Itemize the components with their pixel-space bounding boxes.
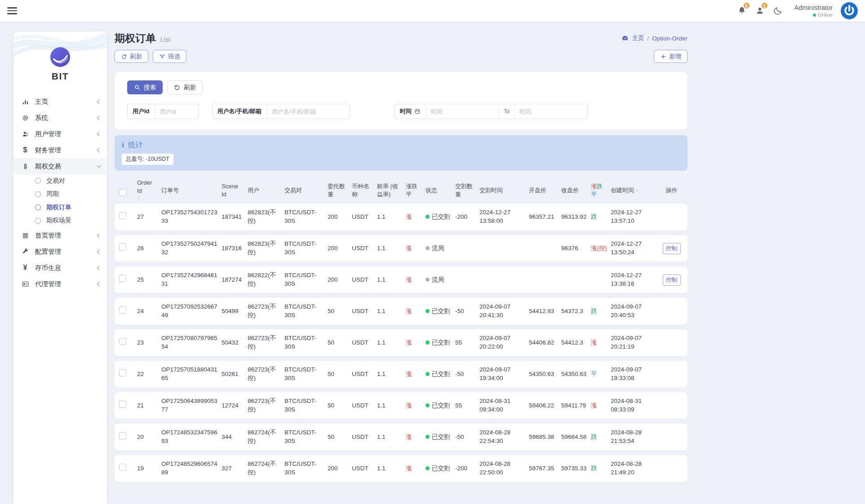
select-all-checkbox[interactable]	[119, 182, 137, 199]
cell-open-price: 54350.63	[529, 370, 561, 379]
sidebar-item[interactable]: $财务管理	[13, 142, 107, 158]
topbar: 5 1 Administrator Online	[0, 0, 865, 22]
cell-status: 已交割	[426, 402, 455, 410]
dollar-icon: $	[21, 146, 29, 154]
breadcrumb-current: Option-Order	[652, 35, 688, 42]
cell-status: 已交割	[426, 464, 455, 473]
menu-toggle-button[interactable]	[7, 5, 17, 16]
cell-order-id: 25	[137, 276, 161, 284]
refresh-button[interactable]: 刷新	[115, 50, 148, 63]
cell-settle-amount: 55	[455, 339, 479, 347]
cell-settle-amount: 55	[455, 402, 479, 410]
row-checkbox[interactable]	[119, 306, 137, 316]
cell-coin: USDT	[352, 402, 377, 410]
sidebar-item[interactable]: ¥存币生息	[13, 260, 107, 276]
dark-mode-toggle[interactable]	[773, 6, 783, 16]
sidebar-subitem[interactable]: 期权订单	[13, 201, 107, 214]
cell-settle-time: 2024-08-28 22:54:30	[479, 429, 529, 446]
row-checkbox[interactable]	[119, 369, 137, 379]
reset-button[interactable]: 刷新	[167, 80, 203, 94]
header-created[interactable]: 创建时间 ↑	[611, 186, 660, 195]
sidebar-item[interactable]: 用户管理	[13, 126, 107, 142]
reset-icon	[174, 84, 181, 91]
cell-pair: BTC/USDT-30S	[284, 366, 328, 383]
bitcoin-icon	[21, 162, 29, 170]
radio-icon	[35, 178, 41, 184]
user-menu[interactable]: Administrator Online	[794, 4, 833, 18]
time-start-input[interactable]	[426, 104, 499, 119]
add-button[interactable]: 新增	[654, 50, 688, 63]
sidebar-item[interactable]: 主页	[13, 93, 107, 110]
radio-icon	[35, 204, 41, 210]
cell-created: 2024-12-27 13:57:10	[611, 208, 660, 225]
control-button[interactable]: 控制	[663, 243, 681, 254]
sidebar-item[interactable]: 配置管理	[13, 243, 107, 260]
row-checkbox[interactable]	[119, 243, 137, 253]
chevron-left-icon	[97, 148, 102, 152]
table-row: 22OP172570518804316550261862723(不控)BTC/U…	[115, 361, 688, 388]
user-id-input[interactable]	[155, 104, 198, 119]
stats-panel: i 统计 总盈亏: -10USDT	[115, 135, 688, 171]
header-result: 涨跌平	[591, 182, 611, 198]
cell-settle-time: 2024-09-07 20:41:30	[479, 303, 529, 320]
cell-result: 涨	[591, 402, 611, 410]
cell-status: 已交割	[426, 339, 455, 347]
cell-close-price: 96313.92	[561, 213, 591, 221]
time-end-input[interactable]	[515, 104, 587, 119]
user-status: Online	[818, 12, 833, 18]
cell-open-price: 59685.38	[529, 433, 561, 442]
control-button[interactable]: 控制	[663, 274, 681, 286]
cell-user: 862723(不控)	[248, 303, 284, 320]
sort-asc-icon: ↑	[636, 187, 639, 194]
wrench-icon	[21, 248, 29, 256]
sidebar-item[interactable]: 系统	[13, 110, 107, 126]
breadcrumb-home[interactable]: 主页	[632, 34, 644, 42]
cell-odds: 1.1	[377, 307, 406, 316]
chevron-left-icon	[97, 99, 102, 104]
sidebar-item-label: 主页	[35, 97, 98, 106]
sidebar-submenu: 交易对周期期权订单期权场景	[13, 174, 107, 227]
cell-status: 已交割	[426, 433, 455, 442]
header-order-id[interactable]: Order Id ↑	[137, 179, 161, 202]
row-checkbox[interactable]	[119, 212, 137, 222]
gear-icon	[21, 114, 29, 122]
cell-order-no: OP1735275430172333	[161, 208, 222, 225]
user-name-input[interactable]	[267, 104, 349, 119]
cell-action: 控制	[660, 243, 683, 254]
row-checkbox[interactable]	[119, 338, 137, 348]
sidebar-item-label: 期权交易	[35, 162, 98, 171]
sidebar-item-label: 代理管理	[35, 280, 98, 288]
chevron-left-icon	[97, 132, 102, 136]
row-checkbox[interactable]	[119, 275, 137, 285]
user-name-label: 用户名/手机/邮箱	[213, 104, 267, 119]
main-content: 期权订单 List 主页 / Option-Order 刷新 筛选	[115, 22, 688, 504]
cell-created: 2024-12-27 13:50:24	[611, 240, 660, 257]
sidebar-subitem-label: 交易对	[46, 177, 65, 185]
cell-direction: 涨	[406, 213, 426, 221]
avatar[interactable]	[841, 2, 858, 19]
sidebar-subitem[interactable]: 周期	[13, 188, 107, 201]
cell-close-price: 96376	[561, 244, 591, 253]
cell-scene-id: 12724	[222, 402, 248, 410]
brand-logo-icon	[50, 47, 71, 67]
row-checkbox[interactable]	[119, 432, 137, 442]
cell-order-id: 27	[137, 213, 161, 221]
sidebar-item[interactable]: 代理管理	[13, 276, 107, 292]
sidebar-item[interactable]: 期权交易	[13, 158, 107, 174]
cell-order-id: 19	[137, 464, 161, 473]
filter-button[interactable]: 筛选	[153, 50, 186, 63]
notifications-button[interactable]: 5	[737, 6, 747, 16]
row-checkbox[interactable]	[119, 401, 137, 411]
sidebar-subitem[interactable]: 交易对	[13, 174, 107, 188]
sidebar-subitem-label: 期权场景	[46, 217, 71, 225]
cell-result: 跌	[591, 307, 611, 316]
sidebar-item[interactable]: 首页管理	[13, 227, 107, 243]
search-button[interactable]: 搜索	[127, 80, 163, 94]
status-dot-icon	[426, 309, 430, 313]
row-checkbox[interactable]	[119, 464, 137, 473]
messages-button[interactable]: 1	[755, 6, 765, 16]
cell-settle-time: 2024-12-27 13:58:00	[479, 208, 529, 225]
cell-direction: 涨	[406, 370, 426, 379]
sidebar-subitem[interactable]: 期权场景	[13, 214, 107, 228]
cell-odds: 1.1	[377, 433, 406, 442]
